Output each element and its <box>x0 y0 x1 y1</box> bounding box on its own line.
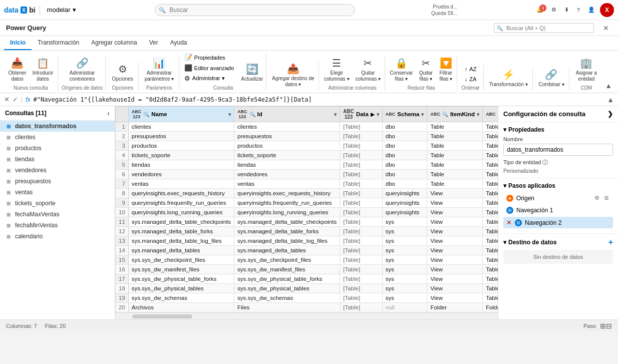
pasos-title[interactable]: ▾ Pasos aplicados <box>503 182 613 189</box>
table-row[interactable]: 4 tickets_soporte tickets_soporte [Table… <box>116 151 498 160</box>
table-row[interactable]: 12 sys.managed_delta_table_forks sys.man… <box>116 227 498 236</box>
destino-section: ▾ Destino de datos + Sin destino de dato… <box>498 234 618 268</box>
notifications-button[interactable]: 🔔 3 <box>533 5 546 15</box>
step-item-origen[interactable]: ● Origen ⚙ ⧉ <box>503 192 613 204</box>
step-origen-copy-button[interactable]: ⧉ <box>603 194 610 202</box>
ribbon-btn-quitar-columnas[interactable]: ✂ Quitarcolumnas ▾ <box>354 56 383 83</box>
col-header-id[interactable]: ABC123 🔍 Id ▾ <box>234 107 340 122</box>
avatar[interactable]: X <box>600 3 614 17</box>
scrollbar-thumb[interactable] <box>132 314 192 318</box>
table-row[interactable]: 11 sys.managed_delta_table_checkpoints s… <box>116 217 498 227</box>
propiedades-title[interactable]: ▾ Propiedades <box>503 126 613 133</box>
table-row[interactable]: 20 Archivos Files [Table] null Folder Fo… <box>116 303 498 312</box>
ribbon-btn-administrar-parametros[interactable]: 📊 Administrarparámetros ▾ <box>143 56 176 83</box>
table-row[interactable]: 13 sys.managed_delta_table_log_files sys… <box>116 236 498 246</box>
col-itemkind-filter-icon[interactable]: ▾ <box>477 112 479 117</box>
ribbon-btn-actualizar[interactable]: 🔄 Actualizar <box>239 62 265 83</box>
tab-ayuda[interactable]: Ayuda <box>164 36 193 50</box>
status-view-icons[interactable]: ⊞⊟ <box>600 322 612 330</box>
right-panel-expand-icon[interactable]: ❯ <box>607 110 613 118</box>
queries-panel-collapse-button[interactable]: ‹ <box>107 109 110 117</box>
ribbon-btn-ordenar-za[interactable]: ↓ZA <box>462 75 480 83</box>
nombre-field-input[interactable] <box>503 144 613 156</box>
col-header-name[interactable]: ABC123 🔍 Name ▾ <box>128 107 234 122</box>
table-row[interactable]: 9 queryinsights.frequently_run_queries q… <box>116 198 498 208</box>
step-nav2-delete-icon[interactable]: ✕ <box>506 219 512 226</box>
help-button[interactable]: ? <box>574 5 583 15</box>
table-row[interactable]: 19 sys.sys_dw_schemas sys.sys_dw_schemas… <box>116 293 498 303</box>
query-item-productos[interactable]: ⊞ productos <box>0 143 115 154</box>
query-item-fecha-min[interactable]: ⊞ fechaMinVentas <box>0 220 115 231</box>
table-row[interactable]: 1 clientes clientes [Table] dbo Table Ta… <box>116 122 498 132</box>
query-item-calendario[interactable]: ⊞ calendario <box>0 231 115 242</box>
ribbon-btn-combinar[interactable]: 🔗 Combinar ▾ <box>536 68 566 89</box>
table-row[interactable]: 3 productos productos [Table] dbo Table … <box>116 141 498 151</box>
tab-agregar-columna[interactable]: Agregar columna <box>85 36 143 50</box>
col-header-itemname[interactable]: ABC ItemName <box>483 107 498 122</box>
ribbon-btn-administrar-conexiones[interactable]: 🔗 Administrarconexiones <box>68 56 97 83</box>
query-item-fecha-max[interactable]: ⊞ fechaMaxVentas <box>0 209 115 220</box>
col-data-filter-icon[interactable]: ▾ <box>377 112 379 117</box>
formula-cancel-icon[interactable]: ✕ <box>4 96 10 103</box>
ribbon-btn-transformacion[interactable]: ⚡ Transformación ▾ <box>487 68 530 89</box>
table-row[interactable]: 17 sys.sys_dw_physical_table_forks sys.s… <box>116 274 498 284</box>
table-row[interactable]: 10 queryinsights.long_running_queries qu… <box>116 208 498 217</box>
query-item-tiendas[interactable]: ⊞ tiendas <box>0 154 115 165</box>
share-button[interactable]: 👤 <box>585 5 598 15</box>
horizontal-scrollbar[interactable] <box>115 312 498 319</box>
query-item-clientes[interactable]: ⊞ clientes <box>0 132 115 143</box>
ribbon-btn-conservar-filas[interactable]: 🔒 Conservarfilas ▾ <box>388 56 415 83</box>
settings-button[interactable]: ⚙ <box>548 5 559 15</box>
col-filter-icon[interactable]: ▾ <box>228 112 231 117</box>
col-id-filter-icon[interactable]: ▾ <box>334 112 337 117</box>
table-row[interactable]: 7 ventas ventas [Table] dbo Table Table <box>116 179 498 189</box>
ribbon-collapse-button[interactable]: ▲ <box>603 81 614 91</box>
ribbon-btn-agregar-destino[interactable]: 📤 Agregar destino dedatos ▾ <box>270 62 317 89</box>
formula-confirm-icon[interactable]: ✓ <box>13 96 18 103</box>
query-item-ventas[interactable]: ⊞ ventas <box>0 187 115 198</box>
download-button[interactable]: ⬇ <box>561 5 572 15</box>
formula-bar-collapse-icon[interactable]: ▲ <box>607 96 614 104</box>
ribbon-btn-asignar-entidad[interactable]: 🏢 Asignar aentidad <box>574 56 599 83</box>
col-header-itemkind[interactable]: ABC 🔍 ItemKind ▾ <box>427 107 483 122</box>
ribbon-btn-ordenar-az[interactable]: ↑AZ <box>462 65 480 73</box>
query-item-presupuestos[interactable]: ⊞ presupuestos <box>0 176 115 187</box>
query-item-datos-transformados[interactable]: ⊞ datos_transformados <box>0 121 115 132</box>
formula-input[interactable] <box>33 96 604 103</box>
table-row[interactable]: 18 sys.sys_dw_physical_tables sys.sys_dw… <box>116 284 498 293</box>
query-item-tickets-soporte[interactable]: ⊞ tickets_soporte <box>0 198 115 209</box>
table-row[interactable]: 8 queryinsights.exec_requests_history qu… <box>116 189 498 198</box>
pq-close-button[interactable]: ✕ <box>600 23 612 33</box>
ribbon-btn-quitar-filas[interactable]: ✂ Quitarfilas ▾ <box>417 56 435 83</box>
destino-add-button[interactable]: + <box>608 238 613 247</box>
ribbon-btn-elegir-columnas[interactable]: ☰ Elegircolumnas ▾ <box>322 56 352 83</box>
ribbon-btn-filtrar-filas[interactable]: 🔽 Filtrarfilas ▾ <box>437 56 455 83</box>
table-row[interactable]: 6 vendedores vendedores [Table] dbo Tabl… <box>116 170 498 179</box>
table-row[interactable]: 5 tiendas tiendas [Table] dbo Table Tabl… <box>116 160 498 170</box>
step-origen-settings-button[interactable]: ⚙ <box>593 194 601 202</box>
modelar-button[interactable]: modelar ▾ <box>44 4 79 16</box>
tab-ver[interactable]: Ver <box>143 36 164 50</box>
table-row[interactable]: 2 presupuestos presupuestos [Table] dbo … <box>116 132 498 141</box>
tab-inicio[interactable]: Inicio <box>4 36 32 50</box>
col-schema-filter-icon[interactable]: ▾ <box>421 112 424 117</box>
ribbon-btn-obtener-datos[interactable]: 📥 Obtenerdatos <box>7 56 29 83</box>
destino-title[interactable]: ▾ Destino de datos + <box>503 238 613 247</box>
row-id-cell: sys.managed_delta_tables <box>234 246 340 255</box>
top-search-input[interactable] <box>155 4 355 16</box>
tab-transformacion[interactable]: Transformación <box>32 36 85 50</box>
ribbon-btn-opciones[interactable]: ⚙ Opciones <box>110 62 135 83</box>
ribbon-btn-introducir-datos[interactable]: 📋 Introducirdatos <box>31 56 56 83</box>
pq-search-input[interactable] <box>494 23 594 33</box>
ribbon-btn-editor-avanzado[interactable]: ⬛ Editor avanzado <box>181 63 237 73</box>
ribbon-btn-administrar[interactable]: ⚙ Administrar ▾ <box>181 74 237 83</box>
table-row[interactable]: 14 sys.managed_delta_tables sys.managed_… <box>116 246 498 255</box>
col-header-data[interactable]: ABC123 Data ▶ ▾ <box>340 107 383 122</box>
step-item-nav2[interactable]: ✕ ⊞ Navegación 2 <box>503 217 613 228</box>
step-item-nav1[interactable]: ⊞ Navegación 1 <box>503 205 613 216</box>
table-row[interactable]: 16 sys.sys_dw_manifest_files sys.sys_dw_… <box>116 265 498 274</box>
query-item-vendedores[interactable]: ⊞ vendedores <box>0 165 115 176</box>
ribbon-btn-propiedades[interactable]: 📝 Propiedades <box>181 53 237 62</box>
table-row[interactable]: 15 sys.sys_dw_checkpoint_files sys.sys_d… <box>116 255 498 265</box>
col-header-schema[interactable]: ABC Schema ▾ <box>382 107 427 122</box>
